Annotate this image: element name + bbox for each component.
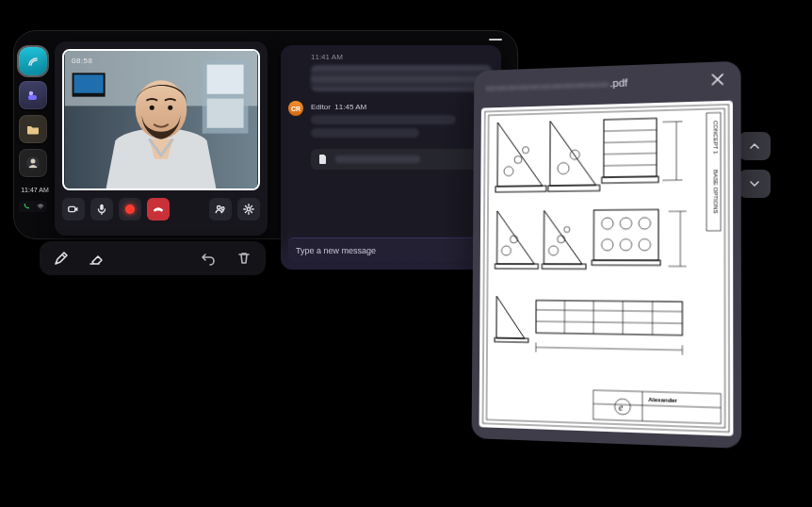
svg-rect-8 [207, 65, 244, 94]
record-icon [125, 204, 135, 214]
delete-button[interactable] [234, 248, 254, 269]
svg-rect-48 [593, 209, 658, 260]
svg-rect-47 [542, 264, 586, 269]
scroll-up-button[interactable] [739, 132, 771, 160]
svg-rect-32 [604, 118, 657, 177]
minimize-button[interactable] [489, 39, 502, 41]
chat-message: 11:41 AM [311, 53, 492, 91]
svg-rect-9 [207, 99, 244, 128]
svg-line-33 [604, 130, 657, 131]
chat-input[interactable]: Type a new message [288, 237, 494, 262]
svg-point-46 [564, 226, 570, 232]
trash-icon [236, 251, 252, 266]
sidebar-status-bar [19, 201, 47, 212]
svg-rect-15 [69, 206, 75, 211]
sidebar-clock: 11:47 AM [19, 187, 51, 193]
svg-point-51 [639, 218, 651, 229]
engineering-drawing: .dl{stroke:#000;stroke-width:1;fill:none… [479, 101, 734, 436]
svg-line-62 [536, 321, 682, 323]
svg-point-52 [602, 239, 613, 251]
svg-rect-28 [495, 186, 546, 192]
close-icon [708, 71, 726, 89]
chevron-down-icon [747, 176, 762, 191]
hangup-button[interactable] [147, 198, 170, 221]
message-body-redacted [311, 115, 456, 124]
svg-rect-43 [495, 264, 538, 269]
svg-line-36 [604, 165, 657, 166]
message-timestamp: 11:41 AM [311, 53, 492, 61]
chat-attachment[interactable] [311, 149, 492, 170]
svg-point-50 [620, 218, 632, 229]
eraser-icon [89, 250, 106, 267]
svg-point-27 [522, 147, 528, 154]
pdf-scroll-controls [739, 132, 771, 198]
svg-rect-21 [487, 108, 725, 428]
svg-rect-16 [100, 204, 104, 210]
folder-icon [25, 122, 41, 137]
sidebar-app-immersive[interactable] [19, 47, 47, 75]
svg-line-71 [593, 404, 722, 408]
call-timer: 08:58 [72, 57, 93, 65]
sidebar-app-teams[interactable] [19, 81, 47, 109]
svg-point-19 [247, 207, 251, 211]
svg-point-29 [558, 162, 569, 173]
call-settings-button[interactable] [237, 198, 260, 221]
chevron-up-icon [747, 139, 762, 154]
close-button[interactable] [706, 68, 729, 90]
sidebar-app-files[interactable] [19, 115, 47, 143]
pen-tool-button[interactable] [51, 248, 72, 269]
message-body-redacted [311, 128, 419, 138]
record-button[interactable] [119, 198, 141, 221]
svg-rect-11 [74, 74, 104, 92]
camera-toggle-button[interactable] [62, 198, 85, 221]
svg-line-61 [536, 310, 682, 312]
svg-point-45 [558, 236, 565, 243]
svg-rect-31 [548, 185, 600, 191]
video-call-panel: 08:58 [55, 41, 268, 236]
annotation-toolbar [40, 241, 266, 275]
svg-point-14 [168, 106, 172, 110]
svg-point-12 [136, 80, 187, 139]
svg-point-17 [218, 206, 221, 210]
svg-point-18 [221, 207, 224, 210]
pdf-page[interactable]: .dl{stroke:#000;stroke-width:1;fill:none… [479, 101, 734, 436]
svg-line-35 [604, 154, 657, 155]
phone-status-icon [19, 201, 33, 212]
chat-panel: 11:41 AM CR Editor 11:45 AM Type a new m… [281, 45, 501, 270]
settings-icon [242, 203, 255, 216]
eraser-tool-button[interactable] [87, 248, 107, 269]
mic-icon [95, 203, 108, 216]
chat-input-placeholder: Type a new message [296, 246, 376, 255]
app-sidebar: 11:47 AM [19, 47, 51, 212]
participants-icon [214, 203, 227, 216]
svg-rect-1 [28, 95, 37, 100]
video-feed[interactable]: 08:58 [62, 49, 260, 190]
svg-point-49 [602, 218, 613, 229]
mic-toggle-button[interactable] [90, 198, 113, 221]
svg-point-53 [620, 239, 632, 251]
svg-point-26 [514, 155, 522, 163]
svg-point-41 [501, 246, 511, 255]
undo-button[interactable] [198, 248, 219, 269]
participants-button[interactable] [209, 198, 232, 221]
svg-point-42 [510, 236, 517, 243]
undo-icon [201, 251, 216, 266]
svg-line-69 [536, 348, 682, 351]
sender-name: Editor 11:45 AM [311, 103, 492, 111]
avatar-icon [25, 155, 41, 171]
svg-point-54 [639, 238, 651, 250]
file-icon [317, 153, 330, 166]
svg-text:Alexander: Alexander [648, 397, 677, 403]
sidebar-app-people[interactable] [19, 149, 47, 177]
phone-hangup-icon [152, 203, 165, 216]
svg-point-25 [504, 167, 513, 176]
call-controls [62, 198, 260, 221]
wifi-status-icon [33, 201, 47, 212]
pen-icon [53, 250, 70, 267]
chat-message: CR Editor 11:45 AM [311, 103, 492, 138]
pdf-viewer-panel[interactable]: ———————————.pdf .dl{stroke:#000;stroke-w… [472, 61, 742, 449]
scroll-down-button[interactable] [739, 170, 771, 198]
svg-point-44 [548, 246, 558, 255]
svg-rect-59 [495, 338, 528, 343]
svg-rect-55 [592, 260, 660, 265]
